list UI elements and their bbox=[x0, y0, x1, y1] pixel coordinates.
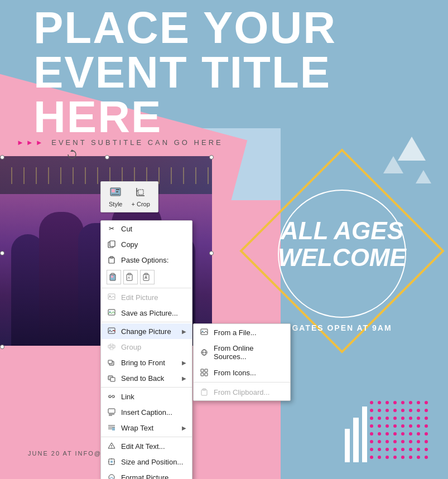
subtitle-text: EVENT SUBTITLE CAN GO HERE bbox=[51, 138, 223, 147]
edit-alt-text-icon bbox=[107, 441, 117, 451]
edit-picture-label: Edit Picture bbox=[121, 293, 158, 302]
dot bbox=[370, 440, 373, 443]
paste-options-label: Paste Options: bbox=[121, 256, 168, 264]
menu-item-change-picture[interactable]: Change Picture ▶ From a File... bbox=[101, 323, 192, 339]
separator-4 bbox=[101, 437, 192, 437]
selection-handle-tl[interactable] bbox=[0, 155, 4, 159]
from-icons-label: From Icons... bbox=[214, 369, 256, 377]
menu-item-link[interactable]: Link bbox=[101, 389, 192, 404]
dot bbox=[386, 401, 389, 404]
menu-item-size-position[interactable]: Size and Position... bbox=[101, 454, 192, 470]
menu-item-send-to-back[interactable]: Send to Back ▶ bbox=[101, 370, 192, 386]
dot bbox=[417, 401, 420, 404]
group-label: Group bbox=[121, 343, 141, 351]
edit-picture-icon bbox=[107, 292, 117, 302]
paste-btn-3[interactable]: A bbox=[140, 270, 155, 284]
dot bbox=[386, 456, 389, 459]
selection-handle-tr[interactable] bbox=[209, 155, 214, 159]
svg-point-57 bbox=[111, 447, 112, 448]
dot bbox=[417, 456, 420, 459]
submenu-from-file[interactable]: From a File... bbox=[194, 324, 290, 341]
change-picture-label: Change Picture bbox=[121, 327, 171, 336]
svg-rect-16 bbox=[111, 273, 114, 275]
svg-text:A: A bbox=[128, 276, 130, 279]
style-label: Style bbox=[109, 201, 122, 207]
context-menu: ✂ Cut Copy Paste Options: bbox=[100, 220, 192, 479]
bar-3 bbox=[362, 407, 367, 462]
menu-item-cut[interactable]: ✂ Cut bbox=[101, 221, 192, 236]
dot bbox=[370, 417, 373, 420]
dot bbox=[417, 440, 420, 443]
menu-item-copy[interactable]: Copy bbox=[101, 236, 192, 252]
dot bbox=[401, 432, 404, 436]
dot bbox=[401, 440, 404, 443]
dot bbox=[370, 448, 373, 451]
selection-handle-mr[interactable] bbox=[209, 251, 214, 255]
menu-item-wrap-text[interactable]: Wrap Text ▶ bbox=[101, 420, 192, 436]
svg-rect-4 bbox=[116, 191, 118, 192]
dot bbox=[393, 401, 397, 404]
paste-btn-2[interactable]: A bbox=[123, 270, 138, 284]
dot bbox=[425, 432, 428, 436]
separator-2 bbox=[101, 322, 192, 322]
dot bbox=[393, 432, 397, 436]
dot bbox=[401, 456, 404, 459]
menu-item-insert-caption[interactable]: Insert Caption... bbox=[101, 404, 192, 420]
svg-rect-8 bbox=[138, 190, 143, 195]
svg-rect-36 bbox=[201, 373, 204, 376]
dot bbox=[401, 417, 404, 420]
menu-item-edit-picture: Edit Picture bbox=[101, 289, 192, 305]
size-position-label: Size and Position... bbox=[121, 458, 183, 466]
wrap-text-icon bbox=[107, 423, 117, 433]
subtitle-arrows: ►►► bbox=[17, 138, 45, 147]
dot bbox=[425, 424, 428, 428]
svg-rect-59 bbox=[110, 461, 113, 463]
link-label: Link bbox=[121, 393, 134, 401]
dot bbox=[378, 448, 381, 451]
style-icon bbox=[109, 186, 122, 200]
menu-item-save-as-picture[interactable]: Save as Picture... bbox=[101, 305, 192, 321]
submenu-from-online[interactable]: From Online Sources... bbox=[194, 341, 290, 364]
toolbar-crop-button[interactable]: + + Crop bbox=[128, 184, 153, 210]
selection-handle-bl[interactable] bbox=[0, 345, 4, 349]
format-picture-label: Format Picture... bbox=[121, 473, 175, 480]
dot bbox=[425, 409, 428, 412]
selection-handle-ml[interactable] bbox=[0, 251, 4, 255]
dot bbox=[393, 417, 397, 420]
dot bbox=[370, 432, 373, 436]
dot bbox=[409, 448, 412, 451]
submenu-from-clipboard: From Clipboard... bbox=[194, 384, 290, 400]
bring-to-front-label: Bring to Front bbox=[121, 359, 165, 367]
submenu-from-icons[interactable]: From Icons... bbox=[194, 364, 290, 381]
dot bbox=[386, 424, 389, 428]
dot bbox=[370, 409, 373, 412]
dot bbox=[417, 448, 420, 451]
change-picture-icon bbox=[107, 326, 117, 336]
svg-rect-3 bbox=[116, 189, 119, 190]
svg-rect-39 bbox=[203, 389, 206, 390]
svg-rect-35 bbox=[205, 369, 208, 372]
from-online-label: From Online Sources... bbox=[214, 344, 285, 361]
rotate-handle[interactable] bbox=[67, 149, 77, 159]
dot bbox=[378, 440, 381, 443]
save-as-picture-icon bbox=[107, 308, 117, 318]
dot bbox=[401, 424, 404, 428]
link-icon bbox=[107, 391, 117, 401]
dot bbox=[386, 409, 389, 412]
dot bbox=[393, 448, 397, 451]
paste-btn-1[interactable] bbox=[107, 270, 121, 284]
dot bbox=[409, 417, 412, 420]
title-line2: EVENT TITLE bbox=[33, 50, 336, 95]
menu-item-bring-to-front[interactable]: Bring to Front ▶ bbox=[101, 355, 192, 370]
paste-options-row: A A bbox=[101, 268, 192, 287]
dot bbox=[409, 432, 412, 436]
menu-item-edit-alt-text[interactable]: Edit Alt Text... bbox=[101, 438, 192, 454]
toolbar-style-button[interactable]: Style bbox=[105, 184, 126, 210]
selection-handle-tm[interactable] bbox=[105, 155, 109, 159]
svg-rect-54 bbox=[112, 428, 115, 430]
menu-item-format-picture[interactable]: Format Picture... bbox=[101, 470, 192, 479]
svg-rect-18 bbox=[128, 273, 131, 275]
svg-rect-44 bbox=[108, 360, 112, 364]
dot bbox=[425, 401, 428, 404]
dot bbox=[378, 417, 381, 420]
